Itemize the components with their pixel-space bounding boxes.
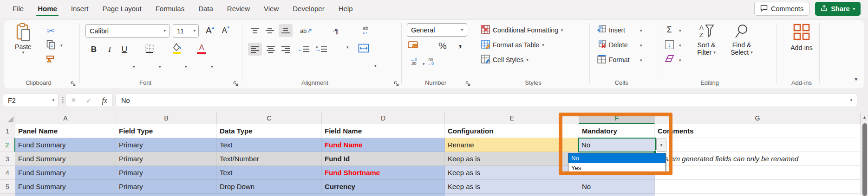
share-button[interactable]: Share ▾: [815, 2, 861, 16]
align-left-button[interactable]: [248, 43, 262, 56]
column-header-b[interactable]: B: [116, 113, 217, 124]
increase-font-size-button[interactable]: A▴: [203, 24, 216, 37]
chevron-down-icon[interactable]: ▾: [679, 44, 681, 48]
font-name-select[interactable]: Calibri ▾: [85, 24, 170, 38]
conditional-formatting-button[interactable]: Conditional Formatting ▾: [481, 24, 563, 36]
cell-a4[interactable]: Fund Summary: [15, 166, 116, 180]
cancel-icon[interactable]: ×: [71, 95, 76, 105]
comments-button[interactable]: Comments: [754, 2, 809, 16]
scrollbar-up-arrow-icon[interactable]: ▲: [861, 113, 868, 122]
cell-g4[interactable]: [655, 166, 861, 180]
collapse-ribbon-chevron-icon[interactable]: ▾: [855, 76, 858, 82]
font-dialog-launcher-icon[interactable]: [233, 80, 238, 88]
cell-a5[interactable]: Fund Summary: [15, 180, 116, 194]
cell-e2[interactable]: Rename: [445, 138, 579, 152]
cell-g1[interactable]: Comments: [655, 124, 861, 138]
row-header-2-selected[interactable]: 2: [0, 138, 15, 152]
align-top-button[interactable]: [249, 25, 261, 36]
number-dialog-launcher-icon[interactable]: [465, 80, 470, 88]
formula-input[interactable]: No ▾: [115, 94, 857, 107]
cell-g2[interactable]: [655, 138, 861, 152]
copy-button[interactable]: [45, 40, 57, 51]
cell-e3[interactable]: Keep as is: [445, 152, 579, 166]
chevron-down-icon[interactable]: ▾: [211, 65, 213, 69]
cell-e5[interactable]: Keep as is: [445, 180, 579, 194]
cut-button[interactable]: ✂: [45, 25, 57, 36]
cell-d5[interactable]: Currency: [322, 180, 445, 194]
tab-view[interactable]: View: [257, 0, 286, 18]
cell-f5[interactable]: No: [579, 180, 655, 194]
chevron-down-icon[interactable]: ▾: [159, 65, 161, 69]
font-size-select[interactable]: 11 ▾: [173, 24, 199, 38]
column-header-g[interactable]: G: [655, 113, 861, 124]
tab-help[interactable]: Help: [332, 0, 360, 18]
bold-button[interactable]: B: [88, 44, 99, 56]
cell-d1[interactable]: Field Name: [322, 124, 445, 138]
delete-cells-button[interactable]: Delete: [597, 39, 627, 51]
insert-function-icon[interactable]: fx: [102, 96, 107, 105]
fill-color-button[interactable]: [170, 43, 183, 56]
chevron-down-icon[interactable]: ▾: [640, 29, 642, 33]
cell-c1[interactable]: Data Type: [217, 124, 322, 138]
format-cells-button[interactable]: Format: [597, 54, 629, 66]
tab-formulas[interactable]: Formulas: [149, 0, 192, 18]
find-select-button[interactable]: Find & Select▾: [724, 23, 759, 56]
increase-decimal-button[interactable]: ←0.00: [407, 56, 421, 68]
align-middle-button[interactable]: [264, 25, 276, 36]
chevron-down-icon[interactable]: ▾: [60, 44, 63, 48]
chevron-down-icon[interactable]: ▾: [185, 65, 187, 69]
cell-b4[interactable]: Primary: [116, 166, 217, 180]
orientation-button[interactable]: ab↗: [299, 24, 313, 37]
format-as-table-button[interactable]: Format as Table ▾: [481, 39, 544, 51]
cell-c5[interactable]: Drop Down: [217, 180, 322, 194]
chevron-down-icon[interactable]: ▾: [374, 64, 377, 68]
row-header-3[interactable]: 3: [0, 152, 15, 166]
clipboard-dialog-launcher-icon[interactable]: [71, 80, 76, 88]
alignment-dialog-launcher-icon[interactable]: [394, 80, 399, 88]
comma-style-button[interactable]: ,: [455, 37, 465, 49]
text-direction-button[interactable]: ›¶: [329, 24, 343, 37]
tab-data[interactable]: Data: [191, 0, 220, 18]
wrap-text-button[interactable]: ab↩: [358, 24, 373, 37]
column-header-a[interactable]: A: [15, 113, 116, 124]
chevron-down-icon[interactable]: ▾: [133, 65, 135, 69]
cell-e1[interactable]: Configuration: [445, 124, 579, 138]
cell-d4[interactable]: Fund Shortname: [322, 166, 445, 180]
cell-styles-button[interactable]: Cell Styles ▾: [481, 54, 529, 66]
autosum-button[interactable]: Σ: [663, 24, 675, 35]
tab-home[interactable]: Home: [31, 0, 64, 18]
tab-developer[interactable]: Developer: [286, 0, 331, 18]
cell-a3[interactable]: Fund Summary: [15, 152, 116, 166]
active-cell-f2[interactable]: No: [578, 138, 656, 152]
scrollbar-thumb[interactable]: [862, 123, 867, 196]
column-header-f-selected[interactable]: F: [579, 113, 655, 124]
chevron-down-icon[interactable]: ▾: [640, 58, 642, 63]
cell-c2[interactable]: Text: [217, 138, 322, 152]
cell-d3[interactable]: Fund Id: [322, 152, 445, 166]
cell-d2[interactable]: Fund Name: [322, 138, 445, 152]
decrease-indent-button[interactable]: ←: [296, 44, 310, 55]
cell-f1[interactable]: Mandatory: [579, 124, 655, 138]
chevron-down-icon[interactable]: ▾: [679, 29, 681, 33]
increase-indent-button[interactable]: →: [314, 44, 328, 55]
tab-review[interactable]: Review: [220, 0, 257, 18]
merge-center-button[interactable]: [357, 43, 371, 56]
percent-style-button[interactable]: %: [436, 40, 450, 52]
cell-a1[interactable]: Panel Name: [15, 124, 116, 138]
tab-page-layout[interactable]: Page Layout: [95, 0, 148, 18]
column-header-e[interactable]: E: [445, 113, 579, 124]
dropdown-option-no[interactable]: No: [568, 153, 666, 163]
row-header-4[interactable]: 4: [0, 166, 15, 180]
chevron-down-icon[interactable]: ▾: [679, 58, 681, 63]
cell-b1[interactable]: Field Type: [116, 124, 217, 138]
align-center-button[interactable]: [265, 44, 277, 55]
tab-insert[interactable]: Insert: [64, 0, 96, 18]
column-header-d[interactable]: D: [322, 113, 445, 124]
row-header-1[interactable]: 1: [0, 124, 15, 138]
paste-button[interactable]: Paste ▾: [10, 23, 36, 55]
cell-g5[interactable]: [655, 180, 861, 194]
chevron-down-icon[interactable]: ▾: [346, 45, 349, 50]
add-ins-button[interactable]: Add-ins: [785, 23, 818, 51]
underline-button[interactable]: U: [119, 44, 130, 56]
tab-file[interactable]: File: [6, 0, 31, 18]
